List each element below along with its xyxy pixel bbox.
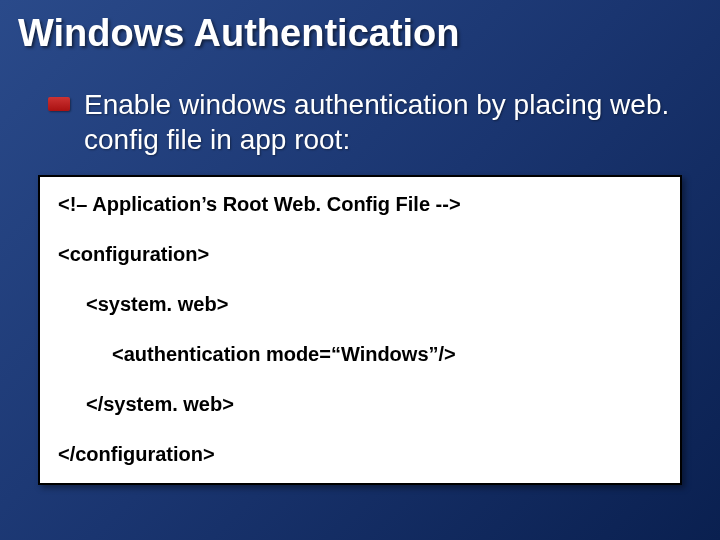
code-blank-line: [58, 267, 662, 291]
slide-title: Windows Authentication: [0, 0, 720, 55]
code-blank-line: [58, 317, 662, 341]
code-block: <!– Application’s Root Web. Config File …: [38, 175, 682, 485]
code-blank-line: [58, 417, 662, 441]
code-line: </configuration>: [58, 441, 662, 467]
code-blank-line: [58, 217, 662, 241]
bullet-text: Enable windows authentication by placing…: [84, 87, 680, 157]
code-line: </system. web>: [58, 391, 662, 417]
code-blank-line: [58, 367, 662, 391]
code-line: <system. web>: [58, 291, 662, 317]
code-line: <!– Application’s Root Web. Config File …: [58, 191, 662, 217]
bullet-icon: [48, 97, 70, 111]
code-line: <authentication mode=“Windows”/>: [58, 341, 662, 367]
code-line: <configuration>: [58, 241, 662, 267]
bullet-item: Enable windows authentication by placing…: [0, 55, 720, 157]
